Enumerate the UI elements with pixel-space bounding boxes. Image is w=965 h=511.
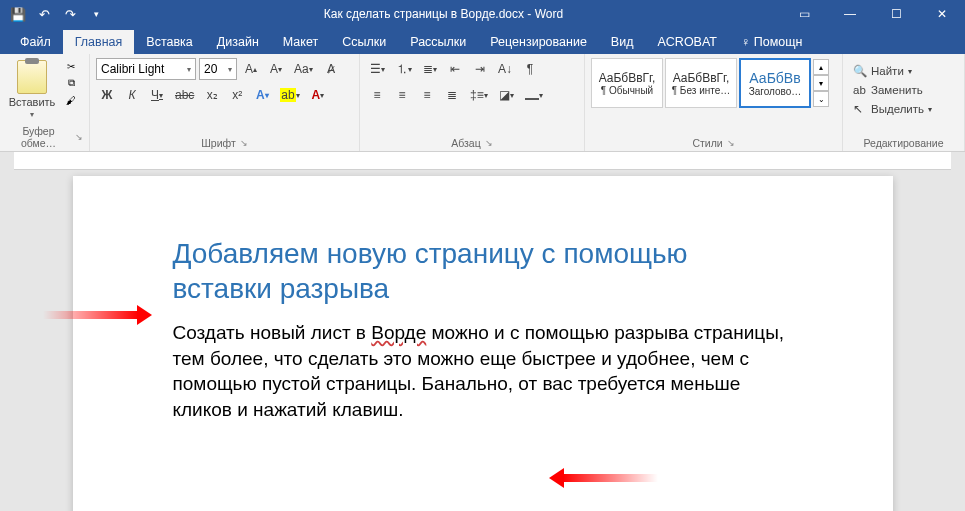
shading-button[interactable]: ◪ ▾	[495, 84, 518, 106]
bullets-button[interactable]: ☰ ▾	[366, 58, 389, 80]
decrease-indent-button[interactable]: ⇤	[444, 58, 466, 80]
grow-font-button[interactable]: A▴	[240, 58, 262, 80]
paste-button[interactable]: Вставить ▾	[6, 58, 58, 121]
quick-access-toolbar: 💾 ↶ ↷ ▾	[0, 4, 106, 24]
ribbon-tabs: Файл Главная Вставка Дизайн Макет Ссылки…	[0, 28, 965, 54]
replace-icon: ab	[853, 84, 867, 96]
ribbon: Вставить ▾ ✂ ⧉ 🖌 Буфер обме…↘ Calibri Li…	[0, 54, 965, 152]
borders-button[interactable]: ▾	[521, 84, 547, 106]
styles-scroll-down-icon[interactable]: ▾	[813, 75, 829, 91]
format-painter-icon[interactable]: 🖌	[61, 92, 81, 108]
sort-button[interactable]: A↓	[494, 58, 516, 80]
document-heading: Добавляем новую страницу с помощью встав…	[173, 236, 793, 306]
ribbon-options-icon[interactable]: ▭	[781, 0, 827, 28]
align-left-button[interactable]: ≡	[366, 84, 388, 106]
bold-button[interactable]: Ж	[96, 84, 118, 106]
undo-icon[interactable]: ↶	[34, 4, 54, 24]
show-marks-button[interactable]: ¶	[519, 58, 541, 80]
style-normal[interactable]: АаБбВвГг, ¶ Обычный	[591, 58, 663, 108]
align-center-button[interactable]: ≡	[391, 84, 413, 106]
tab-home[interactable]: Главная	[63, 30, 135, 54]
style-nospacing[interactable]: АаБбВвГг, ¶ Без инте…	[665, 58, 737, 108]
change-case-button[interactable]: Aa ▾	[290, 58, 317, 80]
align-right-button[interactable]: ≡	[416, 84, 438, 106]
group-clipboard: Вставить ▾ ✂ ⧉ 🖌 Буфер обме…↘	[0, 54, 90, 151]
dialog-launcher-icon[interactable]: ↘	[75, 132, 83, 142]
clipboard-icon	[17, 60, 47, 94]
select-button[interactable]: ↖Выделить ▾	[849, 100, 958, 118]
group-label-clipboard: Буфер обме…	[6, 125, 71, 149]
tab-review[interactable]: Рецензирование	[478, 30, 599, 54]
italic-button[interactable]: К	[121, 84, 143, 106]
font-color-button[interactable]: A ▾	[307, 84, 329, 106]
tab-acrobat[interactable]: ACROBAT	[645, 30, 729, 54]
shrink-font-button[interactable]: A▾	[265, 58, 287, 80]
qat-dropdown-icon[interactable]: ▾	[86, 4, 106, 24]
annotation-arrow-body	[563, 474, 658, 482]
spellcheck-underline: Ворде	[371, 322, 426, 343]
minimize-icon[interactable]: —	[827, 0, 873, 28]
justify-button[interactable]: ≣	[441, 84, 463, 106]
group-paragraph: ☰ ▾ ⒈ ▾ ≣ ▾ ⇤ ⇥ A↓ ¶ ≡ ≡ ≡ ≣ ‡≡ ▾ ◪ ▾ ▾ …	[360, 54, 585, 151]
replace-button[interactable]: abЗаменить	[849, 82, 958, 98]
document-page[interactable]: Добавляем новую страницу с помощью встав…	[73, 176, 893, 511]
window-title: Как сделать страницы в Ворде.docx - Word	[106, 7, 781, 21]
group-label-editing: Редактирование	[864, 137, 944, 149]
redo-icon[interactable]: ↷	[60, 4, 80, 24]
document-body: Создать новый лист в Ворде можно и с пом…	[173, 320, 793, 423]
dialog-launcher-icon[interactable]: ↘	[485, 138, 493, 148]
find-button[interactable]: 🔍Найти ▾	[849, 62, 958, 80]
window-controls: ▭ — ☐ ✕	[781, 0, 965, 28]
group-label-paragraph: Абзац	[451, 137, 480, 149]
tab-design[interactable]: Дизайн	[205, 30, 271, 54]
document-area: Добавляем новую страницу с помощью встав…	[0, 152, 965, 511]
underline-button[interactable]: Ч ▾	[146, 84, 168, 106]
tab-mailings[interactable]: Рассылки	[398, 30, 478, 54]
cut-icon[interactable]: ✂	[61, 58, 81, 74]
chevron-down-icon: ▾	[228, 65, 232, 74]
group-label-font: Шрифт	[201, 137, 236, 149]
clear-formatting-button[interactable]: A̷	[320, 58, 342, 80]
chevron-down-icon: ▾	[30, 110, 34, 119]
increase-indent-button[interactable]: ⇥	[469, 58, 491, 80]
dialog-launcher-icon[interactable]: ↘	[240, 138, 248, 148]
styles-scroll-up-icon[interactable]: ▴	[813, 59, 829, 75]
font-name-combo[interactable]: Calibri Light▾	[96, 58, 196, 80]
numbering-button[interactable]: ⒈ ▾	[392, 58, 416, 80]
copy-icon[interactable]: ⧉	[61, 75, 81, 91]
multilevel-list-button[interactable]: ≣ ▾	[419, 58, 441, 80]
line-spacing-button[interactable]: ‡≡ ▾	[466, 84, 492, 106]
search-icon: 🔍	[853, 64, 867, 78]
group-label-styles: Стили	[692, 137, 722, 149]
tab-layout[interactable]: Макет	[271, 30, 330, 54]
horizontal-ruler[interactable]	[14, 152, 951, 170]
tab-references[interactable]: Ссылки	[330, 30, 398, 54]
superscript-button[interactable]: x²	[226, 84, 248, 106]
close-icon[interactable]: ✕	[919, 0, 965, 28]
font-size-combo[interactable]: 20▾	[199, 58, 237, 80]
highlight-button[interactable]: ab ▾	[276, 84, 303, 106]
group-font: Calibri Light▾ 20▾ A▴ A▾ Aa ▾ A̷ Ж К Ч ▾…	[90, 54, 360, 151]
tab-tell-me[interactable]: ♀ Помощн	[729, 30, 815, 54]
tab-view[interactable]: Вид	[599, 30, 646, 54]
tab-insert[interactable]: Вставка	[134, 30, 204, 54]
subscript-button[interactable]: x₂	[201, 84, 223, 106]
style-heading1[interactable]: АаБбВв Заголово…	[739, 58, 811, 108]
text-effects-button[interactable]: A ▾	[251, 84, 273, 106]
group-editing: 🔍Найти ▾ abЗаменить ↖Выделить ▾ Редактир…	[843, 54, 965, 151]
strikethrough-button[interactable]: abc	[171, 84, 198, 106]
save-icon[interactable]: 💾	[8, 4, 28, 24]
styles-expand-icon[interactable]: ⌄	[813, 91, 829, 107]
annotation-arrow-heading	[43, 311, 138, 319]
chevron-down-icon: ▾	[187, 65, 191, 74]
maximize-icon[interactable]: ☐	[873, 0, 919, 28]
tab-file[interactable]: Файл	[8, 30, 63, 54]
dialog-launcher-icon[interactable]: ↘	[727, 138, 735, 148]
title-bar: 💾 ↶ ↷ ▾ Как сделать страницы в Ворде.doc…	[0, 0, 965, 28]
cursor-icon: ↖	[853, 102, 867, 116]
group-styles: АаБбВвГг, ¶ Обычный АаБбВвГг, ¶ Без инте…	[585, 54, 843, 151]
